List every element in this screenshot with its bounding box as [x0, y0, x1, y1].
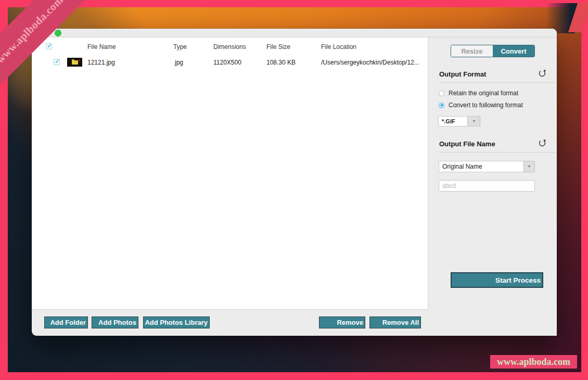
cell-file-size: 108.30 KB — [266, 59, 296, 66]
cell-dimensions: 1120X500 — [213, 59, 241, 66]
column-header-file-location: File Location — [321, 43, 356, 50]
custom-name-input[interactable] — [439, 180, 535, 192]
app-window: File Name Type Dimensions File Size File… — [32, 29, 557, 336]
output-file-name-title: Output File Name — [439, 140, 495, 148]
settings-panel: Resize Convert Output Format Retain the … — [428, 37, 557, 336]
add-photos-library-button[interactable]: Add Photos Library — [143, 316, 210, 328]
mode-tabs: Resize Convert — [451, 45, 535, 57]
output-format-title: Output Format — [439, 70, 486, 78]
reset-output-format-icon[interactable] — [538, 69, 546, 78]
start-process-button[interactable]: Start Process — [451, 272, 543, 288]
column-header-file-name: File Name — [87, 43, 116, 50]
add-photos-button[interactable]: Add Photos — [92, 316, 138, 328]
cell-file-location: /Users/sergeykochkin/Desktop/12... — [321, 59, 419, 66]
chevron-down-icon[interactable] — [523, 161, 535, 172]
window-titlebar — [32, 29, 557, 37]
tab-convert[interactable]: Convert — [493, 45, 534, 57]
cell-type: jpg — [175, 59, 183, 66]
divider — [439, 152, 556, 153]
chevron-down-icon[interactable] — [467, 116, 480, 126]
remove-button[interactable]: Remove — [319, 316, 365, 328]
fullscreen-traffic-light-icon[interactable] — [55, 30, 61, 36]
radio-convert-format[interactable]: Convert to following format — [439, 102, 523, 109]
remove-all-button[interactable]: Remove All — [369, 316, 421, 328]
radio-label: Retain the original format — [449, 90, 518, 97]
cell-file-name: 12121.jpg — [87, 59, 115, 66]
file-thumbnail — [67, 58, 82, 67]
name-mode-select[interactable]: Original Name — [439, 161, 535, 172]
column-header-type: Type — [173, 43, 187, 50]
radio-retain-format[interactable]: Retain the original format — [439, 90, 518, 97]
column-header-dimensions: Dimensions — [213, 43, 246, 50]
format-select[interactable]: *.GIF — [438, 116, 480, 126]
file-table: File Name Type Dimensions File Size File… — [32, 37, 428, 310]
row-checkbox[interactable] — [54, 59, 60, 65]
name-mode-select-value: Original Name — [439, 161, 523, 172]
screenshot-root: File Name Type Dimensions File Size File… — [0, 0, 588, 380]
tab-resize[interactable]: Resize — [451, 45, 493, 57]
watermark-banner: www.aplboda.com — [490, 355, 577, 369]
radio-circle[interactable] — [439, 91, 444, 96]
column-header-file-size: File Size — [266, 43, 290, 50]
select-all-checkbox[interactable] — [46, 43, 52, 49]
add-folder-button[interactable]: Add Folder — [44, 316, 88, 328]
format-select-value: *.GIF — [438, 116, 467, 126]
radio-circle-selected[interactable] — [439, 103, 444, 108]
radio-label: Convert to following format — [449, 102, 523, 109]
divider — [439, 82, 556, 83]
reset-output-file-name-icon[interactable] — [538, 139, 546, 147]
